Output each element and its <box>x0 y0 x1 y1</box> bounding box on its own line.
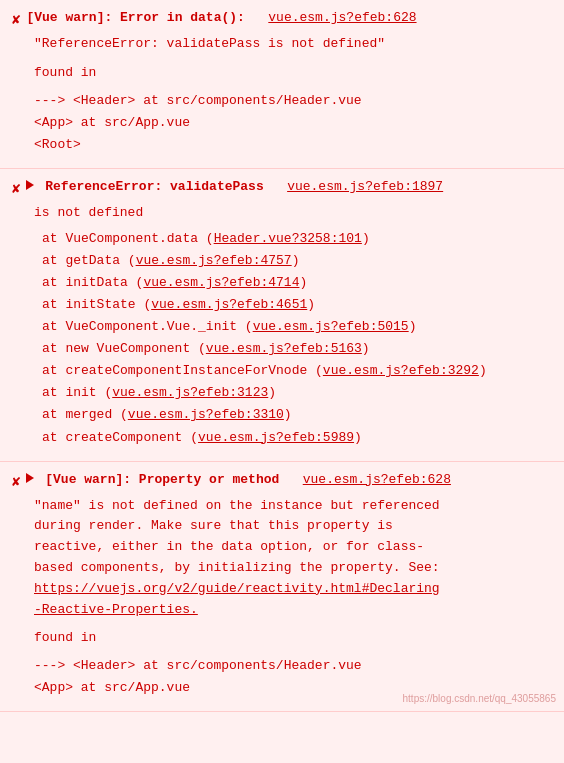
stack-link-2-8[interactable]: vue.esm.js?efeb:3310 <box>128 407 284 422</box>
stack-trace-2: at VueComponent.data (Header.vue?3258:10… <box>34 228 552 449</box>
stack-line-2-8: at merged (vue.esm.js?efeb:3310) <box>34 404 552 426</box>
error-message-1: "ReferenceError: validatePass is not def… <box>34 34 552 55</box>
error-block-1: ✘ [Vue warn]: Error in data(): vue.esm.j… <box>0 0 564 169</box>
error-header-1: ✘ [Vue warn]: Error in data(): vue.esm.j… <box>12 10 552 28</box>
found-in-1: found in <box>34 63 552 84</box>
error-block-2: ✘ ReferenceError: validatePass vue.esm.j… <box>0 169 564 462</box>
stack-text-2-9: at createComponent ( <box>42 430 198 445</box>
stack-text-2-0: at VueComponent.data ( <box>42 231 214 246</box>
stack-line-2-2: at initData (vue.esm.js?efeb:4714) <box>34 272 552 294</box>
error-title-2: ReferenceError: validatePass <box>45 179 263 194</box>
stack-link-2-7[interactable]: vue.esm.js?efeb:3123 <box>112 385 268 400</box>
stack-text-2-5: at new VueComponent ( <box>42 341 206 356</box>
stack-text-2-3: at initState ( <box>42 297 151 312</box>
stack-suffix-2-3: ) <box>307 297 315 312</box>
error-title-container-1: [Vue warn]: Error in data(): vue.esm.js?… <box>26 10 416 25</box>
component-tree-line-3-0: ---> <Header> at src/components/Header.v… <box>34 655 552 677</box>
error-body-3: "name" is not defined on the instance bu… <box>12 496 552 700</box>
stack-link-2-4[interactable]: vue.esm.js?efeb:5015 <box>253 319 409 334</box>
stack-text-2-2: at initData ( <box>42 275 143 290</box>
stack-text-2-4: at VueComponent.Vue._init ( <box>42 319 253 334</box>
error-title-1: [Vue warn]: Error in data(): <box>26 10 244 25</box>
component-tree-line-1-1: <App> at src/App.vue <box>34 112 552 134</box>
error-link-3-reactivity[interactable]: https://vuejs.org/v2/guide/reactivity.ht… <box>34 581 440 596</box>
stack-line-2-3: at initState (vue.esm.js?efeb:4651) <box>34 294 552 316</box>
error-link-2[interactable]: vue.esm.js?efeb:1897 <box>287 179 443 194</box>
page-wrapper: ✘ [Vue warn]: Error in data(): vue.esm.j… <box>0 0 564 712</box>
stack-link-2-3[interactable]: vue.esm.js?efeb:4651 <box>151 297 307 312</box>
stack-suffix-2-9: ) <box>354 430 362 445</box>
error-msg-3-0: "name" is not defined on the instance bu… <box>34 496 552 517</box>
stack-text-2-7: at init ( <box>42 385 112 400</box>
stack-link-2-0[interactable]: Header.vue?3258:101 <box>214 231 362 246</box>
error-title-container-2: ReferenceError: validatePass vue.esm.js?… <box>26 179 443 194</box>
stack-text-2-6: at createComponentInstanceForVnode ( <box>42 363 323 378</box>
stack-link-2-2[interactable]: vue.esm.js?efeb:4714 <box>143 275 299 290</box>
error-icon-2: ✘ <box>12 180 20 197</box>
stack-line-2-7: at init (vue.esm.js?efeb:3123) <box>34 382 552 404</box>
stack-suffix-2-8: ) <box>284 407 292 422</box>
component-tree-line-1-2: <Root> <box>34 134 552 156</box>
stack-suffix-2-6: ) <box>479 363 487 378</box>
stack-link-2-5[interactable]: vue.esm.js?efeb:5163 <box>206 341 362 356</box>
error-link-1[interactable]: vue.esm.js?efeb:628 <box>268 10 416 25</box>
triangle-icon-3 <box>26 473 34 483</box>
error-header-3: ✘ [Vue warn]: Property or method vue.esm… <box>12 472 552 490</box>
found-in-3: found in <box>34 628 552 649</box>
stack-text-2-8: at merged ( <box>42 407 128 422</box>
stack-line-2-9: at createComponent (vue.esm.js?efeb:5989… <box>34 427 552 449</box>
stack-link-2-6[interactable]: vue.esm.js?efeb:3292 <box>323 363 479 378</box>
triangle-icon-2 <box>26 180 34 190</box>
error-header-2: ✘ ReferenceError: validatePass vue.esm.j… <box>12 179 552 197</box>
stack-suffix-2-2: ) <box>299 275 307 290</box>
error-msg-3-3: based components, by initializing the pr… <box>34 558 552 579</box>
error-title-container-3: [Vue warn]: Property or method vue.esm.j… <box>26 472 451 487</box>
error-msg-3-2: reactive, either in the data option, or … <box>34 537 552 558</box>
error-icon-1: ✘ <box>12 11 20 28</box>
error-link-3-properties[interactable]: -Reactive-Properties. <box>34 602 198 617</box>
watermark: https://blog.csdn.net/qq_43055865 <box>403 691 556 707</box>
error-body-1: "ReferenceError: validatePass is not def… <box>12 34 552 156</box>
error-msg-3-4: https://vuejs.org/v2/guide/reactivity.ht… <box>34 579 552 600</box>
stack-suffix-2-1: ) <box>292 253 300 268</box>
stack-line-2-5: at new VueComponent (vue.esm.js?efeb:516… <box>34 338 552 360</box>
error-link-3[interactable]: vue.esm.js?efeb:628 <box>303 472 451 487</box>
error-message-2: is not defined <box>34 203 552 224</box>
error-block-3: ✘ [Vue warn]: Property or method vue.esm… <box>0 462 564 713</box>
stack-line-2-6: at createComponentInstanceForVnode (vue.… <box>34 360 552 382</box>
component-tree-line-1-0: ---> <Header> at src/components/Header.v… <box>34 90 552 112</box>
error-title-3: [Vue warn]: Property or method <box>45 472 279 487</box>
stack-text-2-1: at getData ( <box>42 253 136 268</box>
error-msg-3-5: -Reactive-Properties. <box>34 600 552 621</box>
stack-line-2-1: at getData (vue.esm.js?efeb:4757) <box>34 250 552 272</box>
component-tree-1: ---> <Header> at src/components/Header.v… <box>34 90 552 156</box>
stack-suffix-2-7: ) <box>268 385 276 400</box>
error-msg-3-1: during render. Make sure that this prope… <box>34 516 552 537</box>
error-body-2: is not defined at VueComponent.data (Hea… <box>12 203 552 449</box>
stack-suffix-2-4: ) <box>409 319 417 334</box>
stack-suffix-2-5: ) <box>362 341 370 356</box>
stack-line-2-4: at VueComponent.Vue._init (vue.esm.js?ef… <box>34 316 552 338</box>
stack-link-2-9[interactable]: vue.esm.js?efeb:5989 <box>198 430 354 445</box>
stack-link-2-1[interactable]: vue.esm.js?efeb:4757 <box>136 253 292 268</box>
stack-suffix-2-0: ) <box>362 231 370 246</box>
error-icon-3: ✘ <box>12 473 20 490</box>
stack-line-2-0: at VueComponent.data (Header.vue?3258:10… <box>34 228 552 250</box>
